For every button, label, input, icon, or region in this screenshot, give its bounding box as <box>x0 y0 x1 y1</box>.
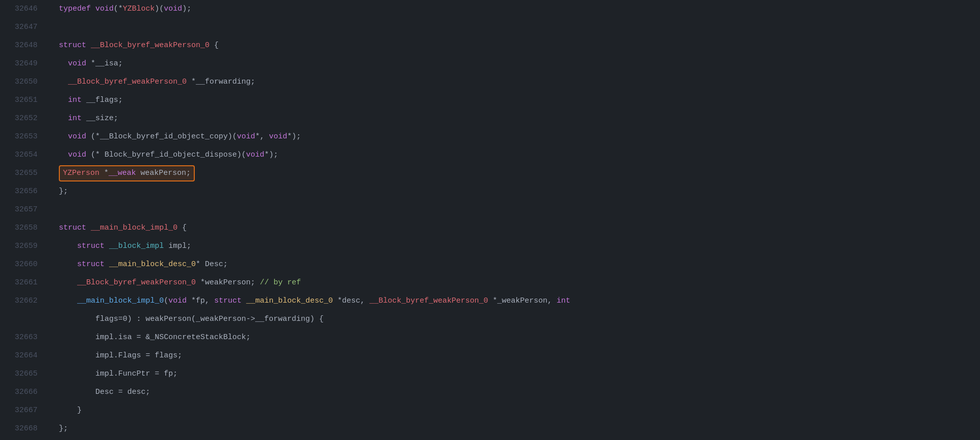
token-ident: __Block_byref_id_object_copy)( <box>100 128 237 146</box>
token-desc-color: __main_block_desc_0 <box>109 255 196 274</box>
token-ident: ( <box>86 128 95 146</box>
token-desc-color: __main_block_desc_0 <box>246 292 333 310</box>
line-number: 32652 <box>0 109 46 128</box>
token-ident: __isa; <box>95 55 123 73</box>
code-line: __Block_byref_weakPerson_0 *__forwarding… <box>59 73 980 91</box>
token-ident <box>104 237 109 255</box>
token-ident: _weakPerson, <box>497 292 556 310</box>
token-kw-type: int <box>68 109 82 128</box>
line-number: 32648 <box>0 36 46 55</box>
code-line: int __size; <box>59 109 980 128</box>
token-ident <box>86 219 91 237</box>
token-ident <box>59 274 77 292</box>
token-ident: , <box>260 128 269 146</box>
token-ident <box>59 91 68 109</box>
line-number: 32650 <box>0 73 46 91</box>
line-number: 32668 <box>0 420 46 438</box>
line-number: 32656 <box>0 182 46 201</box>
code-content[interactable]: typedef void(*YZBlock)(void);struct __Bl… <box>54 0 980 440</box>
token-punct: * <box>95 146 100 164</box>
token-kw-struct: struct <box>77 237 104 255</box>
token-ident: __flags; <box>82 91 123 109</box>
token-ident <box>59 128 68 146</box>
token-class-name: __Block_byref_weakPerson_0 <box>77 274 196 292</box>
token-ident <box>333 292 337 310</box>
token-kw-type: void <box>164 0 182 18</box>
token-kw-struct: struct <box>77 255 104 274</box>
token-kw-type: void <box>168 292 187 310</box>
line-numbers: 3264632647326483264932650326513265232653… <box>0 0 54 440</box>
line-number: 32653 <box>0 128 46 146</box>
token-class-name: __Block_byref_weakPerson_0 <box>369 292 488 310</box>
token-punct: * <box>200 274 205 292</box>
token-kw-type: typedef <box>59 0 91 18</box>
token-kw-type: int <box>68 91 82 109</box>
token-ident <box>59 146 68 164</box>
token-ident: __size; <box>82 109 118 128</box>
line-number: 32657 <box>0 201 46 219</box>
line-number: 32663 <box>0 328 46 347</box>
token-ident: { <box>178 219 187 237</box>
token-ident: impl.FuncPtr = fp; <box>59 365 178 383</box>
token-ident <box>187 73 191 91</box>
line-number: 32654 <box>0 146 46 164</box>
line-number: 32665 <box>0 365 46 383</box>
token-kw-struct: struct <box>59 219 86 237</box>
token-ident: ); <box>182 0 191 18</box>
token-ident: ); <box>292 128 301 146</box>
token-kw-type: void <box>237 128 255 146</box>
highlighted-code-span: YZPerson *__weak weakPerson; <box>59 165 195 181</box>
token-impl-color: __block_impl <box>109 237 164 255</box>
token-ident <box>59 55 68 73</box>
line-number: 32667 <box>0 401 46 420</box>
token-punct: * <box>493 292 497 310</box>
line-number: 32660 <box>0 255 46 274</box>
line-number: 32649 <box>0 55 46 73</box>
token-ident: } <box>59 401 82 420</box>
token-class-name: __Block_byref_weakPerson_0 <box>68 73 187 91</box>
token-ident: Desc = desc; <box>59 383 150 401</box>
token-punct: * <box>191 73 196 91</box>
token-ident <box>99 164 104 182</box>
line-number: 32659 <box>0 237 46 255</box>
token-ident: }; <box>59 182 68 201</box>
token-ident <box>196 274 200 292</box>
token-ident <box>91 0 95 18</box>
token-punct: * <box>91 55 95 73</box>
line-number: 32661 <box>0 274 46 292</box>
line-number-blank <box>0 310 46 328</box>
token-punct: * <box>104 164 109 182</box>
line-number: 32662 <box>0 292 46 310</box>
token-ident: impl.isa = &_NSConcreteStackBlock; <box>59 328 251 347</box>
token-ident <box>86 55 91 73</box>
token-punct: * <box>287 128 292 146</box>
line-number: 32664 <box>0 347 46 365</box>
code-line: __main_block_impl_0(void *fp, struct __m… <box>59 292 980 328</box>
code-line <box>59 18 980 36</box>
token-class-name: YZBlock <box>123 0 155 18</box>
code-line: impl.isa = &_NSConcreteStackBlock; <box>59 328 980 347</box>
token-punct: * <box>196 255 200 274</box>
token-ident: ( <box>86 146 95 164</box>
token-punct: * <box>255 128 260 146</box>
token-ident <box>59 255 77 274</box>
token-fn-name: __main_block_impl_0 <box>77 292 164 310</box>
token-ident: fp, <box>196 292 214 310</box>
token-ident: Block_byref_id_object_dispose)( <box>100 146 246 164</box>
token-ident: desc, <box>342 292 369 310</box>
line-number: 32647 <box>0 18 46 36</box>
code-line: typedef void(*YZBlock)(void); <box>59 0 980 18</box>
code-line: }; <box>59 420 980 438</box>
token-ident: ( <box>114 0 118 18</box>
token-kw-struct: struct <box>59 36 86 55</box>
token-ident <box>86 36 91 55</box>
line-number: 32651 <box>0 91 46 109</box>
token-weak-kw: __weak <box>109 164 136 182</box>
code-line <box>59 201 980 219</box>
code-line: __Block_byref_weakPerson_0 *weakPerson; … <box>59 274 980 292</box>
token-kw-type: int <box>556 292 570 310</box>
token-kw-type: void <box>246 146 264 164</box>
token-ident <box>241 292 246 310</box>
code-line: YZPerson *__weak weakPerson; <box>59 164 980 182</box>
token-kw-struct: struct <box>214 292 241 310</box>
